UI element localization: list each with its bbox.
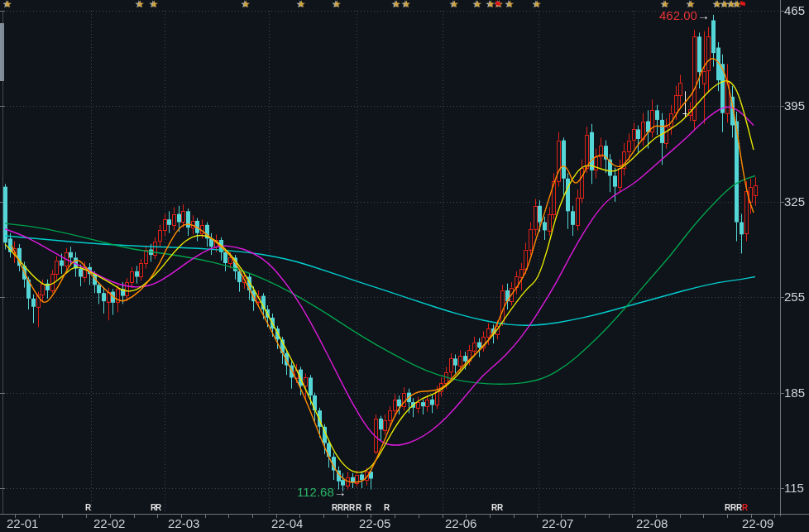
x-axis-label: 22-05 (359, 517, 390, 530)
event-star-icon: ★ (333, 0, 342, 10)
stock-chart-screen: 462.00→ 112.68→ 46539532525518511522-012… (0, 0, 809, 532)
r-event-marker: R (366, 503, 371, 512)
r-event-marker: R (85, 503, 91, 512)
y-axis-label: 395 (784, 99, 805, 113)
event-star-icon: ★ (392, 0, 401, 10)
event-star-icon: ★ (402, 0, 411, 10)
x-axis-label: 22-07 (542, 517, 573, 530)
event-star-icon: ★ (661, 0, 670, 10)
event-star-icon: ★ (150, 0, 159, 10)
r-event-marker: R (356, 503, 361, 512)
event-flag-icon: ⚑ (494, 0, 502, 10)
event-star-icon: ★ (473, 0, 482, 10)
event-star-icon: ★ (450, 0, 459, 10)
y-axis-label: 115 (784, 482, 804, 495)
x-axis-label: 22-04 (271, 517, 303, 530)
event-star-icon: ★ (687, 0, 696, 10)
r-event-marker: R (349, 503, 355, 512)
x-axis-label: 22-03 (168, 517, 199, 530)
y-axis-label: 185 (784, 386, 805, 400)
event-star-icon: ★ (505, 0, 515, 10)
x-axis-label: 22-02 (93, 517, 125, 530)
high-price-text: 462.00 (659, 8, 697, 22)
high-price-arrow-icon: → (697, 8, 710, 22)
r-event-marker: R (497, 503, 503, 512)
y-axis-label: 325 (784, 195, 805, 208)
y-axis-label: 465 (784, 4, 805, 17)
event-star-icon: ★ (533, 0, 542, 10)
event-star-icon: ★ (242, 0, 251, 10)
low-price-annotation: 112.68→ (297, 486, 347, 499)
r-event-marker: R (384, 503, 390, 512)
r-event-marker: R (742, 503, 748, 512)
low-price-arrow-icon: → (334, 485, 347, 499)
event-star-icon: ★ (136, 0, 145, 10)
x-axis-label: 22-01 (7, 517, 38, 530)
x-axis-label: 22-06 (445, 517, 476, 530)
r-event-marker: R (156, 503, 161, 512)
event-star-icon: ★ (297, 0, 306, 10)
low-price-text: 112.68 (297, 485, 334, 499)
x-axis-label: 22-09 (742, 517, 773, 530)
event-flag-icon: ⚑ (739, 0, 747, 10)
event-star-icon: ★ (3, 0, 12, 10)
candlestick-chart-canvas[interactable] (0, 0, 809, 532)
high-price-annotation: 462.00→ (659, 9, 710, 22)
y-axis-label: 255 (784, 290, 805, 304)
x-axis-label: 22-08 (636, 517, 668, 530)
